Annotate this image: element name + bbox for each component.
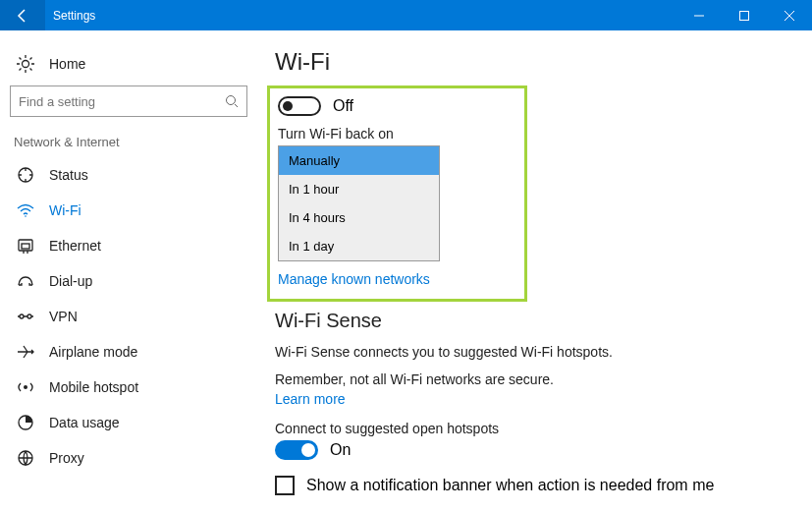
main-content: Wi-Fi Off Turn Wi-Fi back on Manually In…: [257, 30, 812, 512]
search-icon: [225, 94, 239, 108]
dropdown-option[interactable]: In 1 day: [279, 232, 439, 260]
turnback-dropdown[interactable]: Manually In 1 hour In 4 hours In 1 day: [278, 145, 440, 261]
dropdown-option[interactable]: In 4 hours: [279, 203, 439, 232]
titlebar: Settings: [0, 0, 812, 30]
sidebar-item-airplane[interactable]: Airplane mode: [10, 334, 247, 370]
sidebar-category: Network & Internet: [14, 135, 247, 149]
sidebar-item-label: Data usage: [49, 415, 120, 430]
dropdown-option[interactable]: Manually: [279, 146, 439, 175]
airplane-icon: [16, 342, 35, 362]
dialup-icon: [16, 271, 35, 291]
arrow-left-icon: [15, 8, 30, 24]
sidebar-item-label: Airplane mode: [49, 344, 137, 360]
sidebar-item-label: Ethernet: [49, 238, 101, 254]
sidebar-nav: Status Wi-Fi Ethernet Dial-up VPN Airpla…: [10, 157, 247, 476]
connect-label: Connect to suggested open hotspots: [275, 421, 792, 436]
page-title: Wi-Fi: [275, 48, 792, 76]
sidebar-item-ethernet[interactable]: Ethernet: [10, 228, 247, 263]
maximize-icon: [739, 11, 749, 21]
sidebar-item-label: Wi-Fi: [49, 202, 81, 218]
notification-checkbox-label: Show a notification banner when action i…: [306, 477, 714, 494]
svg-point-9: [24, 385, 27, 389]
sidebar-item-label: VPN: [49, 309, 78, 324]
connect-toggle-row: On: [275, 440, 792, 460]
datausage-icon: [16, 413, 35, 432]
search-box[interactable]: [10, 85, 247, 117]
highlight-box: Off Turn Wi-Fi back on Manually In 1 hou…: [267, 85, 527, 302]
learn-more-link[interactable]: Learn more: [275, 391, 792, 407]
svg-rect-0: [740, 11, 749, 20]
sidebar-home[interactable]: Home: [10, 44, 247, 84]
svg-point-1: [23, 61, 29, 68]
proxy-icon: [16, 448, 35, 468]
sidebar-home-label: Home: [49, 56, 85, 72]
minimize-button[interactable]: [677, 0, 722, 30]
sidebar-item-hotspot[interactable]: Mobile hotspot: [10, 370, 247, 405]
wifi-sense-desc: Wi-Fi Sense connects you to suggested Wi…: [275, 344, 792, 360]
gear-icon: [16, 54, 35, 74]
sidebar-item-dialup[interactable]: Dial-up: [10, 263, 247, 299]
notification-checkbox-row[interactable]: Show a notification banner when action i…: [275, 476, 792, 495]
wifi-toggle[interactable]: [278, 96, 321, 116]
wifi-sense-warning: Remember, not all Wi-Fi networks are sec…: [275, 371, 792, 387]
turnback-label: Turn Wi-Fi back on: [278, 126, 513, 142]
sidebar-item-vpn[interactable]: VPN: [10, 299, 247, 334]
close-icon: [785, 11, 794, 21]
svg-point-8: [27, 314, 31, 318]
wifi-sense-heading: Wi-Fi Sense: [275, 310, 792, 332]
sidebar-item-status[interactable]: Status: [10, 157, 247, 193]
search-input[interactable]: [19, 94, 225, 109]
wifi-icon: [16, 200, 35, 220]
status-icon: [16, 165, 35, 185]
svg-point-7: [20, 314, 24, 318]
close-button[interactable]: [767, 0, 812, 30]
wifi-toggle-row: Off: [278, 96, 513, 116]
svg-point-2: [227, 96, 236, 105]
minimize-icon: [694, 11, 704, 21]
window-title: Settings: [53, 9, 677, 23]
sidebar-item-proxy[interactable]: Proxy: [10, 440, 247, 476]
sidebar: Home Network & Internet Status Wi-Fi Eth…: [0, 30, 257, 512]
connect-toggle[interactable]: [275, 440, 318, 460]
window-controls: [677, 0, 812, 30]
wifi-toggle-state: Off: [333, 97, 353, 115]
sidebar-item-wifi[interactable]: Wi-Fi: [10, 193, 247, 228]
notification-checkbox[interactable]: [275, 476, 295, 495]
sidebar-item-label: Status: [49, 167, 88, 183]
manage-networks-link[interactable]: Manage known networks: [278, 271, 513, 287]
ethernet-icon: [16, 236, 35, 256]
back-button[interactable]: [0, 0, 45, 30]
svg-point-4: [25, 215, 27, 217]
hotspot-icon: [16, 377, 35, 397]
connect-toggle-state: On: [330, 441, 351, 459]
sidebar-item-label: Dial-up: [49, 273, 92, 289]
svg-rect-6: [22, 244, 29, 249]
sidebar-item-label: Proxy: [49, 450, 84, 466]
dropdown-option[interactable]: In 1 hour: [279, 175, 439, 203]
maximize-button[interactable]: [722, 0, 767, 30]
sidebar-item-label: Mobile hotspot: [49, 379, 138, 395]
vpn-icon: [16, 307, 35, 326]
sidebar-item-datausage[interactable]: Data usage: [10, 405, 247, 440]
